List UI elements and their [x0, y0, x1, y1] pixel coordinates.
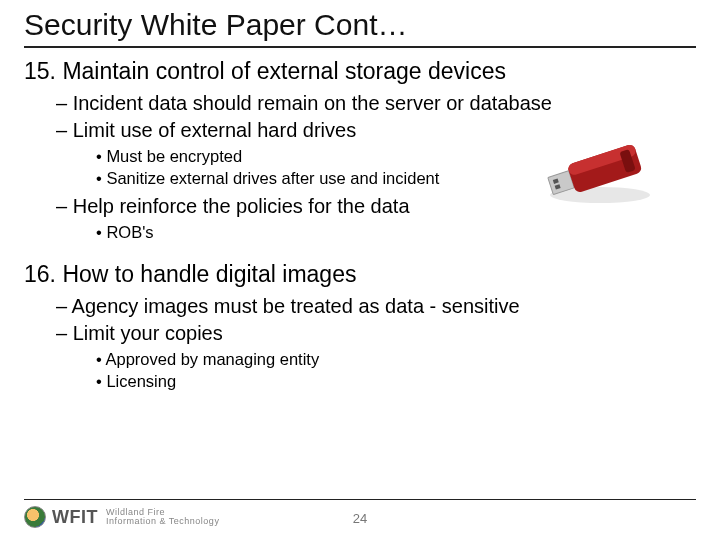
bullet-item: ROB's: [96, 221, 696, 243]
item-number: 16.: [24, 261, 56, 287]
sub-item: Incident data should remain on the serve…: [56, 91, 696, 116]
slide-title: Security White Paper Cont…: [24, 8, 696, 48]
sub-item: Agency images must be treated as data - …: [56, 294, 696, 319]
item-number: 15.: [24, 58, 56, 84]
usb-drive-icon: [540, 135, 660, 205]
list-item-16: 16. How to handle digital images Agency …: [24, 261, 696, 393]
wfit-logo-icon: [24, 506, 46, 528]
item-text: Maintain control of external storage dev…: [62, 58, 506, 84]
wfit-wordmark: WFIT: [52, 507, 98, 528]
item-text: How to handle digital images: [62, 261, 356, 287]
page-number: 24: [353, 511, 367, 526]
bullet-item: Licensing: [96, 370, 696, 392]
wfit-subtitle: Wildland Fire Information & Technology: [106, 508, 219, 526]
sub-item: Limit your copies: [56, 321, 696, 346]
bullet-item: Approved by managing entity: [96, 348, 696, 370]
